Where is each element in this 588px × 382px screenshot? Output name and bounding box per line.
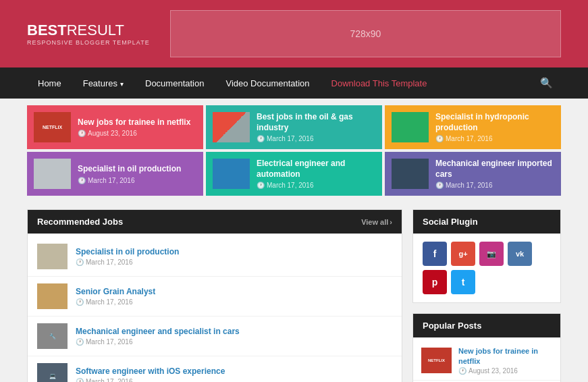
featured-title-4: Electrical engineer and automation: [257, 159, 375, 180]
nav-item-download[interactable]: Download This Template: [321, 69, 438, 98]
logo-best: BEST: [27, 22, 67, 38]
job-item-1[interactable]: Senior Grain Analyst 🕐 March 17, 2016: [28, 277, 402, 317]
sidebar: Social Plugin f g+ 📷 vk p t Popular Post…: [412, 209, 561, 382]
header: BESTRESULT RESPONSIVE BLOGGER TEMPLATE 7…: [0, 0, 588, 67]
popular-title-0: New jobs for trainee in netflix: [458, 346, 552, 366]
job-info-2: Mechanical engineer and specialist in ca…: [76, 327, 392, 346]
featured-card-1[interactable]: Best jobs in the oil & gas industry 🕐 Ma…: [206, 105, 382, 149]
featured-thumb-0: NETFLIX: [34, 112, 71, 142]
featured-title-5: Mechanical engineer imported cars: [435, 159, 554, 180]
search-icon[interactable]: 🔍: [532, 67, 561, 99]
featured-date-5: 🕐 March 17, 2016: [435, 182, 554, 189]
arrow-right-icon: ›: [390, 218, 392, 226]
job-list: Specialist in oil production 🕐 March 17,…: [28, 234, 402, 382]
featured-title-0: New jobs for trainee in netflix: [78, 117, 196, 128]
featured-date-4: 🕐 March 17, 2016: [257, 182, 375, 189]
view-all-button[interactable]: View all ›: [361, 218, 392, 226]
popular-thumb-0: NETFLIX: [421, 348, 452, 373]
job-info-3: Software engineer with iOS experience 🕐 …: [76, 366, 392, 382]
main-content: Recommended Jobs View all › Specialist i…: [0, 202, 588, 382]
job-info-1: Senior Grain Analyst 🕐 March 17, 2016: [76, 287, 392, 306]
logo-subtitle: RESPONSIVE BLOGGER TEMPLATE: [27, 39, 150, 46]
featured-title-1: Best jobs in the oil & gas industry: [257, 112, 375, 133]
instagram-icon[interactable]: 📷: [479, 242, 504, 266]
vk-icon[interactable]: vk: [508, 242, 532, 266]
job-item-3[interactable]: 💻 Software engineer with iOS experience …: [28, 356, 402, 382]
ad-banner: 728x90: [170, 10, 561, 57]
featured-date-3: 🕐 March 17, 2016: [78, 177, 196, 184]
job-info-0: Specialist in oil production 🕐 March 17,…: [76, 247, 392, 266]
main-left: Recommended Jobs View all › Specialist i…: [27, 209, 402, 382]
pinterest-icon[interactable]: p: [423, 270, 447, 294]
job-date-3: 🕐 March 17, 2016: [76, 378, 392, 382]
facebook-icon[interactable]: f: [423, 242, 447, 266]
chevron-down-icon: [120, 78, 124, 88]
popular-post-0[interactable]: NETFLIX New jobs for trainee in netflix …: [413, 341, 560, 381]
featured-info-1: Best jobs in the oil & gas industry 🕐 Ma…: [257, 112, 375, 142]
featured-grid: NETFLIX New jobs for trainee in netflix …: [0, 99, 588, 202]
popular-info-0: New jobs for trainee in netflix 🕐 August…: [458, 346, 552, 375]
job-date-1: 🕐 March 17, 2016: [76, 298, 392, 306]
job-item-2[interactable]: 🔧 Mechanical engineer and specialist in …: [28, 317, 402, 356]
job-title-3: Software engineer with iOS experience: [76, 366, 392, 376]
job-thumb-3: 💻: [37, 363, 68, 382]
nav-item-video-documentation[interactable]: Video Documentation: [215, 69, 320, 98]
featured-info-0: New jobs for trainee in netflix 🕐 August…: [78, 117, 196, 138]
job-thumb-1: [37, 283, 68, 309]
recommended-jobs-header: Recommended Jobs View all ›: [28, 210, 402, 234]
logo: BESTRESULT RESPONSIVE BLOGGER TEMPLATE: [27, 22, 150, 46]
featured-thumb-3: [34, 159, 71, 189]
job-title-2: Mechanical engineer and specialist in ca…: [76, 327, 392, 336]
job-date-0: 🕐 March 17, 2016: [76, 258, 392, 266]
featured-info-2: Specialist in hydroponic production 🕐 Ma…: [435, 112, 554, 142]
navigation: Home Features Documentation Video Docume…: [0, 67, 588, 99]
social-icons-list: f g+ 📷 vk p t: [413, 234, 560, 302]
featured-card-3[interactable]: Specialist in oil production 🕐 March 17,…: [27, 152, 203, 196]
job-thumb-0: [37, 244, 68, 269]
featured-info-3: Specialist in oil production 🕐 March 17,…: [78, 164, 196, 184]
twitter-icon[interactable]: t: [451, 270, 475, 294]
featured-card-0[interactable]: NETFLIX New jobs for trainee in netflix …: [27, 105, 203, 149]
recommended-jobs-box: Recommended Jobs View all › Specialist i…: [27, 209, 402, 382]
featured-card-4[interactable]: Electrical engineer and automation 🕐 Mar…: [206, 152, 382, 196]
popular-posts-box: Popular Posts NETFLIX New jobs for train…: [412, 313, 561, 382]
nav-item-features[interactable]: Features: [72, 69, 134, 98]
featured-thumb-1: [213, 112, 250, 142]
nav-item-documentation[interactable]: Documentation: [134, 69, 215, 98]
job-date-2: 🕐 March 17, 2016: [76, 338, 392, 346]
social-plugin-title: Social Plugin: [413, 210, 560, 234]
social-plugin-box: Social Plugin f g+ 📷 vk p t: [412, 209, 561, 303]
job-item-0[interactable]: Specialist in oil production 🕐 March 17,…: [28, 237, 402, 277]
featured-info-4: Electrical engineer and automation 🕐 Mar…: [257, 159, 375, 189]
featured-thumb-5: [392, 159, 429, 189]
featured-title-3: Specialist in oil production: [78, 164, 196, 175]
logo-result: RESULT: [67, 22, 124, 38]
featured-date-2: 🕐 March 17, 2016: [435, 135, 554, 142]
popular-date-0: 🕐 August 23, 2016: [458, 367, 552, 375]
featured-date-0: 🕐 August 23, 2016: [78, 130, 196, 137]
featured-card-2[interactable]: Specialist in hydroponic production 🕐 Ma…: [385, 105, 561, 149]
popular-posts-list: NETFLIX New jobs for trainee in netflix …: [413, 337, 560, 382]
google-plus-icon[interactable]: g+: [451, 242, 475, 266]
featured-card-5[interactable]: Mechanical engineer imported cars 🕐 Marc…: [385, 152, 561, 196]
job-title-0: Specialist in oil production: [76, 247, 392, 256]
job-title-1: Senior Grain Analyst: [76, 287, 392, 296]
featured-title-2: Specialist in hydroponic production: [435, 112, 554, 133]
featured-info-5: Mechanical engineer imported cars 🕐 Marc…: [435, 159, 554, 189]
featured-thumb-4: [213, 159, 250, 189]
featured-thumb-2: [392, 112, 429, 142]
popular-posts-title: Popular Posts: [413, 314, 560, 337]
featured-date-1: 🕐 March 17, 2016: [257, 135, 375, 142]
recommended-jobs-title: Recommended Jobs: [37, 217, 123, 227]
nav-item-home[interactable]: Home: [27, 69, 72, 98]
job-thumb-2: 🔧: [37, 323, 68, 349]
